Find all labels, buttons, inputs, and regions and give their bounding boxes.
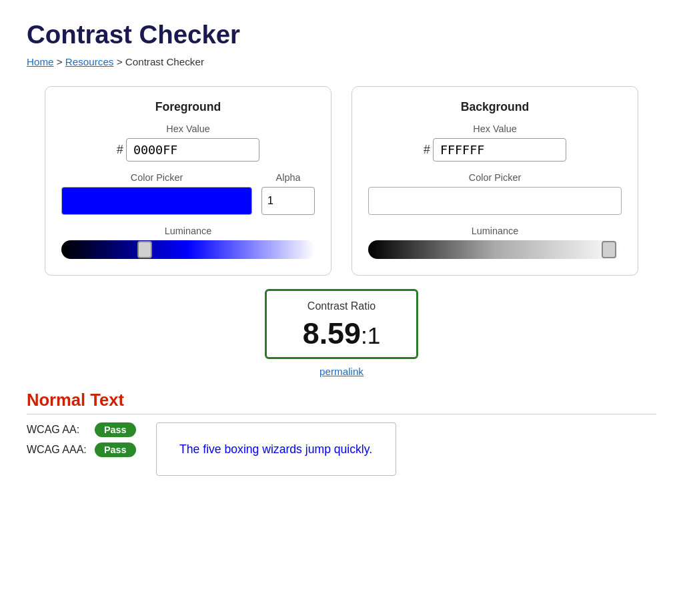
- bg-hex-hash: #: [424, 143, 430, 157]
- contrast-label: Contrast Ratio: [280, 300, 403, 312]
- foreground-panel: Foreground Hex Value # Color Picker Alph…: [45, 86, 331, 276]
- fg-slider-track[interactable]: [61, 240, 315, 259]
- wcag-checks: WCAG AA: Pass WCAG AAA: Pass: [27, 422, 136, 457]
- bg-slider-track[interactable]: [368, 240, 622, 259]
- contrast-ratio-suffix: :1: [361, 322, 380, 348]
- wcag-aa-label: WCAG AA:: [27, 424, 87, 436]
- breadcrumb: Home > Resources > Contrast Checker: [27, 56, 656, 67]
- fg-hex-row: #: [61, 138, 315, 162]
- wcag-aaa-label: WCAG AAA:: [27, 444, 87, 456]
- contrast-ratio-value: 8.59:1: [280, 316, 403, 350]
- fg-color-alpha-row: Color Picker Alpha: [61, 172, 315, 215]
- foreground-title: Foreground: [61, 100, 315, 114]
- bg-color-picker-label: Color Picker: [368, 172, 622, 183]
- bg-color-picker[interactable]: [368, 187, 622, 215]
- fg-hex-hash: #: [117, 143, 123, 157]
- wcag-aa-item: WCAG AA: Pass: [27, 422, 136, 437]
- wcag-aa-badge: Pass: [95, 422, 136, 437]
- fg-color-picker-label: Color Picker: [61, 172, 252, 183]
- fg-alpha-label: Alpha: [261, 172, 315, 183]
- bg-hex-row: #: [368, 138, 622, 162]
- fg-slider-container: [61, 240, 315, 259]
- fg-slider-thumb[interactable]: [137, 241, 152, 258]
- contrast-ratio-main: 8.59: [303, 316, 361, 350]
- preview-box: The five boxing wizards jump quickly.: [156, 422, 396, 476]
- page-title: Contrast Checker: [27, 20, 656, 49]
- contrast-box: Contrast Ratio 8.59:1: [265, 289, 418, 359]
- wcag-row: WCAG AA: Pass WCAG AAA: Pass The five bo…: [27, 422, 656, 476]
- normal-text-heading: Normal Text: [27, 390, 656, 414]
- fg-hex-input[interactable]: [126, 138, 259, 162]
- background-panel: Background Hex Value # Color Picker Lumi…: [352, 86, 638, 276]
- color-panels: Foreground Hex Value # Color Picker Alph…: [27, 86, 656, 276]
- breadcrumb-current: Contrast Checker: [125, 56, 204, 67]
- bg-luminance-label: Luminance: [368, 226, 622, 236]
- bg-slider-thumb[interactable]: [602, 241, 616, 258]
- bg-hex-input[interactable]: [433, 138, 566, 162]
- contrast-ratio-wrapper: Contrast Ratio 8.59:1 permalink: [27, 289, 656, 377]
- fg-color-picker[interactable]: [61, 187, 252, 215]
- fg-alpha-input[interactable]: [261, 187, 315, 215]
- breadcrumb-resources[interactable]: Resources: [65, 56, 114, 67]
- breadcrumb-home[interactable]: Home: [27, 56, 54, 67]
- wcag-aaa-badge: Pass: [95, 442, 136, 457]
- fg-luminance-label: Luminance: [61, 226, 315, 236]
- fg-alpha-section: Alpha: [261, 172, 315, 215]
- bg-hex-label: Hex Value: [368, 123, 622, 134]
- permalink-link[interactable]: permalink: [319, 366, 364, 377]
- bg-color-row: Color Picker: [368, 172, 622, 215]
- background-title: Background: [368, 100, 622, 114]
- bg-color-picker-section: Color Picker: [368, 172, 622, 215]
- fg-color-picker-section: Color Picker: [61, 172, 252, 215]
- bg-luminance-section: Luminance: [368, 226, 622, 259]
- fg-hex-label: Hex Value: [61, 123, 315, 134]
- bg-slider-container: [368, 240, 622, 259]
- normal-text-section: Normal Text WCAG AA: Pass WCAG AAA: Pass…: [27, 390, 656, 476]
- wcag-aaa-item: WCAG AAA: Pass: [27, 442, 136, 457]
- fg-luminance-section: Luminance: [61, 226, 315, 259]
- preview-text: The five boxing wizards jump quickly.: [179, 442, 372, 456]
